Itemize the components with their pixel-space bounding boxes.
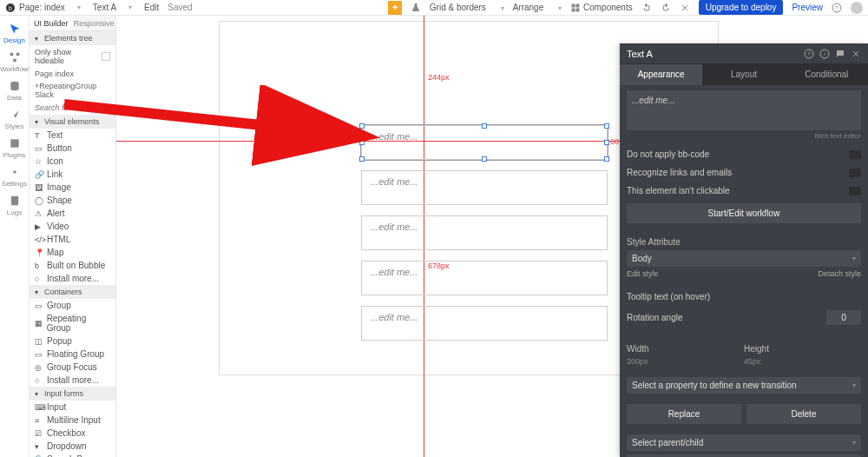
palette-item-html[interactable]: </>HTML [30,233,115,246]
palette-item-text[interactable]: TText [30,129,115,142]
nav-settings[interactable]: Settings [0,162,30,191]
tree-repeating-group[interactable]: +RepeatingGroup Slack [30,80,115,101]
section-input-forms[interactable]: Input forms [30,387,115,401]
detach-style-link[interactable]: Detach style [818,269,861,278]
palette-item-built-on-bubble[interactable]: bBuilt on Bubble [30,259,115,272]
text-element-selected[interactable]: ...edit me... [361,125,608,160]
edit-style-link[interactable]: Edit style [627,269,659,278]
nav-plugins[interactable]: Plugins [0,134,30,162]
palette-search-input[interactable] [30,101,115,115]
arrange-menu[interactable]: Arrange ▾ [513,3,562,12]
recognize-links-toggle[interactable] [849,169,861,177]
palette-item-checkbox[interactable]: ☑Checkbox [30,427,115,440]
svg-rect-2 [571,3,575,7]
close-icon[interactable] [680,3,690,13]
tab-responsive[interactable]: Responsive [73,16,116,30]
palette-item-install-more-[interactable]: ○Install more... [30,374,115,387]
palette-item-popup[interactable]: ◫Popup [30,334,115,348]
tab-ui-builder[interactable]: UI Builder [30,16,73,30]
nav-logs[interactable]: Logs [0,191,30,220]
preview-link[interactable]: Preview [792,3,823,12]
inspector-title-bar[interactable]: Text A ? i [620,43,868,64]
palette-item-install-more-[interactable]: ○Install more... [30,272,115,285]
elements-tree-header[interactable]: Elements tree [30,31,115,45]
palette-item-icon: ▾ [35,442,43,451]
resize-handle-s[interactable] [482,156,487,162]
rg-cell[interactable]: ...edit me... [361,170,608,205]
resize-handle-nw[interactable] [359,123,365,129]
resize-handle-n[interactable] [482,123,487,129]
nav-workflow[interactable]: Workflow [0,48,30,76]
user-avatar[interactable] [851,2,863,14]
text-content-editor[interactable]: ...edit me... [627,90,861,130]
delete-button[interactable]: Delete [746,404,861,424]
bb-code-toggle[interactable] [849,150,861,159]
palette-item-group[interactable]: ▭Group [30,299,115,312]
palette-item-floating-group[interactable]: ▭Floating Group [30,348,115,361]
components-menu[interactable]: Components [570,3,633,13]
only-show-hideable-row[interactable]: Only show hideable [30,45,115,68]
palette-item-icon: ☆ [35,157,43,166]
style-select[interactable]: Body▾ [627,250,861,267]
palette-item-label: Popup [47,336,72,346]
palette-item-label: Checkbox [47,428,85,438]
resize-handle-ne[interactable] [604,123,609,129]
not-clickable-toggle[interactable] [849,187,861,195]
upgrade-button[interactable]: Upgrade to deploy [699,0,784,15]
rotation-input[interactable] [826,310,861,325]
redo-icon[interactable] [661,3,671,13]
rg-cell[interactable]: ...edit me... [361,306,608,341]
palette-item-multiline-input[interactable]: ≡Multiline Input [30,414,115,427]
start-workflow-button[interactable]: Start/Edit workflow [627,203,861,223]
select-parent-child[interactable]: Select parent/child▾ [627,434,861,451]
palette-item-input[interactable]: ⌨Input [30,401,115,414]
help-icon[interactable]: ? [832,3,842,13]
tab-conditional[interactable]: Conditional [786,64,868,85]
section-containers[interactable]: Containers [30,285,115,299]
only-show-hideable-checkbox[interactable] [102,52,110,61]
undo-icon[interactable] [641,3,652,13]
palette-item-shape[interactable]: ◯Shape [30,194,115,207]
nav-data[interactable]: Data [0,76,30,105]
palette-item-search-box[interactable]: 🔍Search Box [30,453,115,457]
rg-cell[interactable]: ...edit me... [361,261,608,295]
replace-button[interactable]: Replace [627,404,741,424]
info-icon[interactable]: i [819,49,830,59]
assistant-icon[interactable]: ✦ [388,1,402,15]
palette-item-repeating-group[interactable]: ▦Repeating Group [30,312,115,334]
tree-page-index[interactable]: Page index [30,68,115,80]
resize-handle-e[interactable] [604,140,609,145]
palette-item-image[interactable]: 🖼Image [30,181,115,194]
palette-item-icon: ▭ [35,144,43,153]
tab-appearance[interactable]: Appearance [620,64,702,85]
tab-layout[interactable]: Layout [702,64,785,85]
rg-cell[interactable]: ...edit me... [361,215,608,250]
page-selector[interactable]: Page: index▾ [19,3,81,12]
resize-handle-sw[interactable] [359,156,365,162]
svg-point-13 [13,170,16,174]
edit-label[interactable]: Edit [144,3,159,12]
palette-item-map[interactable]: 📍Map [30,246,115,259]
palette-item-alert[interactable]: ⚠Alert [30,207,115,220]
element-selector[interactable]: Text A▾ [93,3,132,12]
palette-item-group-focus[interactable]: ◎Group Focus [30,361,115,374]
nav-design[interactable]: Design [0,19,30,48]
close-icon[interactable] [851,49,861,59]
repeating-group[interactable]: ...edit me... ...edit me... ...edit me..… [361,125,608,354]
palette-item-icon[interactable]: ☆Icon [30,155,115,168]
help-icon[interactable]: ? [804,49,814,59]
palette-item-dropdown[interactable]: ▾Dropdown [30,440,115,453]
palette-item-link[interactable]: 🔗Link [30,168,115,181]
rich-text-editor-link[interactable]: Rich text editor [627,130,861,145]
section-visual-elements[interactable]: Visual elements [30,115,115,129]
flask-icon[interactable] [411,3,421,13]
transition-select[interactable]: Select a property to define a new transi… [627,377,861,394]
resize-handle-w[interactable] [359,140,365,145]
palette-item-label: Multiline Input [47,415,101,425]
nav-styles[interactable]: Styles [0,105,30,134]
palette-item-button[interactable]: ▭Button [30,142,115,155]
comment-icon[interactable] [835,49,845,59]
resize-handle-se[interactable] [604,156,609,162]
palette-item-video[interactable]: ▶Video [30,220,115,233]
grid-borders-menu[interactable]: Grid & borders ▾ [430,3,504,12]
